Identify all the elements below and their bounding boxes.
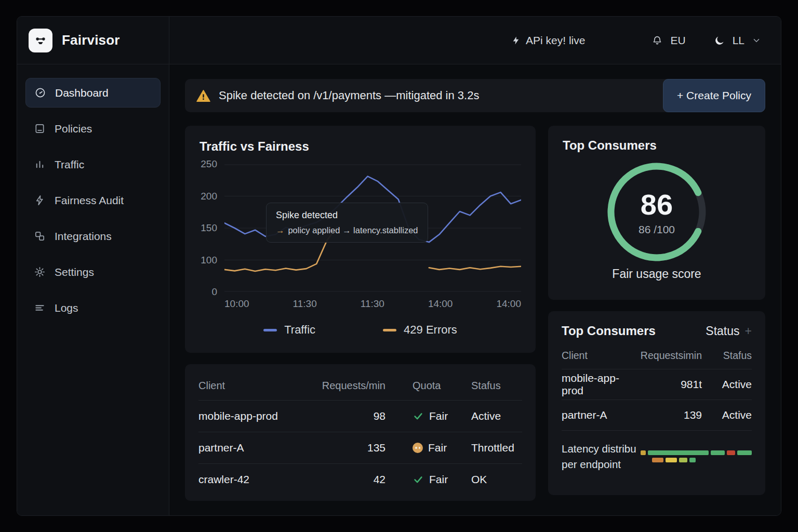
fairness-audit-icon xyxy=(34,194,46,206)
col-quota: Quota xyxy=(385,380,471,392)
table-row[interactable]: mobile-app-prod 98 Fair Active xyxy=(198,400,522,432)
user-initials: LL xyxy=(733,34,744,47)
quota-label: Fair xyxy=(428,442,447,454)
legend-item-429-errors: 429 Errors xyxy=(383,323,457,337)
col-client: Client xyxy=(562,350,640,362)
api-key-label: APi key! live xyxy=(526,34,585,47)
main-content: Spike detected on /v1/payments —mitigate… xyxy=(169,64,781,515)
integrations-icon xyxy=(34,230,46,242)
client-name: partner-A xyxy=(198,442,315,454)
sidebar-item-label: Fairness Audit xyxy=(55,194,124,207)
spike-alert-banner: Spike detected on /v1/payments —mitigate… xyxy=(185,79,765,112)
quota-cell: Fair xyxy=(385,410,471,422)
user-menu[interactable]: LL xyxy=(714,34,761,47)
table-row[interactable]: partner-A 135 Fair Throttled xyxy=(198,432,522,463)
content-columns: Traffic vs Fairness 2502001501000 Spike … xyxy=(185,126,765,501)
moon-icon[interactable] xyxy=(714,35,725,46)
chart-x-axis-labels: 10:0011:3011:3014:0014:00 xyxy=(224,298,521,310)
traffic-bars-icon xyxy=(34,158,46,170)
topbar-right: APi key! live EU LL xyxy=(169,17,781,64)
right-column: Top Consumers 86 86 /100 xyxy=(548,126,765,501)
region-label[interactable]: EU xyxy=(670,34,685,47)
topbar: Fairvisor APi key! live EU xyxy=(17,17,781,64)
client-table-header: Client Requests/min Quota Stafus xyxy=(198,369,522,400)
latency-bar xyxy=(641,450,752,455)
policies-icon xyxy=(34,123,46,135)
fair-usage-gauge-card: Top Consumers 86 86 /100 xyxy=(548,126,765,300)
col-status: Stafus xyxy=(702,350,752,362)
chart-area: 2502001501000 Spike detected →policy app… xyxy=(200,164,521,310)
sidebar-item-dashboard[interactable]: Dashboard xyxy=(25,78,161,108)
requests-value: 139 xyxy=(640,409,702,421)
traffic-legend-swatch xyxy=(263,329,277,331)
status-badge: Throttled xyxy=(471,442,522,454)
chart-plot: Spike detected →policy applied → latency… xyxy=(224,164,521,292)
latency-bars xyxy=(641,450,752,462)
consumers-card-header: Top Consumers Status+ xyxy=(562,324,752,338)
sidebar-item-settings[interactable]: Settings xyxy=(25,257,161,287)
api-key-status: APi key! live xyxy=(511,34,585,47)
col-requests: Requestsimin xyxy=(640,350,702,362)
status-badge: Active xyxy=(702,378,752,391)
app-title: Fairvisor xyxy=(62,32,120,48)
warning-triangle-icon xyxy=(196,89,210,102)
sidebar-item-label: Traffic xyxy=(55,158,84,171)
quota-label: Fair xyxy=(429,473,448,486)
chart-legend: Traffic 429 Errors xyxy=(200,323,521,337)
client-name: mobile-app-prod xyxy=(562,372,640,397)
sidebar-item-policies[interactable]: Policies xyxy=(25,114,161,143)
traffic-chart-card: Traffic vs Fairness 2502001501000 Spike … xyxy=(185,126,536,353)
chart-tooltip: Spike detected →policy applied → latency… xyxy=(266,203,428,243)
client-table-card: Client Requests/min Quota Stafus mobile-… xyxy=(185,364,536,501)
client-name: crawler-42 xyxy=(198,473,315,486)
status-action-button[interactable]: Status+ xyxy=(706,324,752,338)
legend-item-traffic: Traffic xyxy=(263,323,315,337)
quota-label: Fair xyxy=(429,410,448,422)
fair-usage-gauge: 86 86 /100 xyxy=(601,156,713,270)
requests-per-min: 42 xyxy=(315,473,385,486)
gauge-readout: 86 86 /100 xyxy=(601,156,713,270)
quota-cell: Fair xyxy=(385,473,471,486)
brand: Fairvisor xyxy=(17,17,169,64)
chevron-down-icon[interactable] xyxy=(752,36,761,45)
create-policy-button[interactable]: + Create Policy xyxy=(663,79,765,112)
consumers-table-header: Client Requestsimin Stafus xyxy=(562,338,752,369)
sidebar-item-label: Settings xyxy=(55,266,94,278)
gauge-score-sub: 86 /100 xyxy=(639,223,675,236)
sidebar-item-label: Policies xyxy=(55,123,92,135)
chart-title: Traffic vs Fairness xyxy=(200,139,521,154)
sidebar-item-logs[interactable]: Logs xyxy=(25,293,161,323)
status-badge: OK xyxy=(471,473,522,486)
gauge-score: 86 xyxy=(641,190,673,219)
quota-cell: Fair xyxy=(385,442,471,454)
sidebar: Dashboard Policies Traffic Fairness Audi… xyxy=(17,64,169,515)
col-client: Client xyxy=(198,380,315,392)
alert-message: Spike detected on /v1/payments —mitigate… xyxy=(219,89,655,102)
quota-warn-icon xyxy=(413,443,423,453)
col-requests-min: Requests/min xyxy=(315,380,385,392)
sidebar-item-integrations[interactable]: Integrations xyxy=(25,221,161,251)
tooltip-arrow-icon: → xyxy=(276,225,285,235)
settings-gear-icon xyxy=(34,266,46,278)
col-status: Stafus xyxy=(471,380,522,392)
notifications-bell-icon[interactable] xyxy=(651,35,663,46)
tooltip-detail: →policy applied → latency.stabllized xyxy=(276,225,418,235)
table-row[interactable]: partner-A 139 Active xyxy=(562,400,752,431)
sidebar-item-label: Dashboard xyxy=(55,87,109,99)
plus-icon: + xyxy=(745,324,752,338)
left-column: Traffic vs Fairness 2502001501000 Spike … xyxy=(185,126,536,501)
check-icon xyxy=(413,474,424,485)
client-name: mobile-app-prod xyxy=(198,410,315,422)
table-row[interactable]: crawler-42 42 Fair OK xyxy=(198,463,522,495)
app-window: Fairvisor APi key! live EU xyxy=(17,16,781,516)
table-row[interactable]: mobile-app-prod 981t Active xyxy=(562,369,752,400)
consumers-title: Top Consumers xyxy=(562,324,656,338)
errors-legend-swatch xyxy=(383,329,396,331)
logs-icon xyxy=(34,302,46,314)
sidebar-item-fairness-audit[interactable]: Fairness Audit xyxy=(25,185,161,215)
latency-bar xyxy=(652,458,752,462)
latency-distribution: Latency distribu per endpoint xyxy=(562,441,752,472)
sidebar-item-traffic[interactable]: Traffic xyxy=(25,150,161,179)
chart-y-axis-labels: 2502001501000 xyxy=(200,164,224,292)
requests-per-min: 135 xyxy=(315,442,385,454)
